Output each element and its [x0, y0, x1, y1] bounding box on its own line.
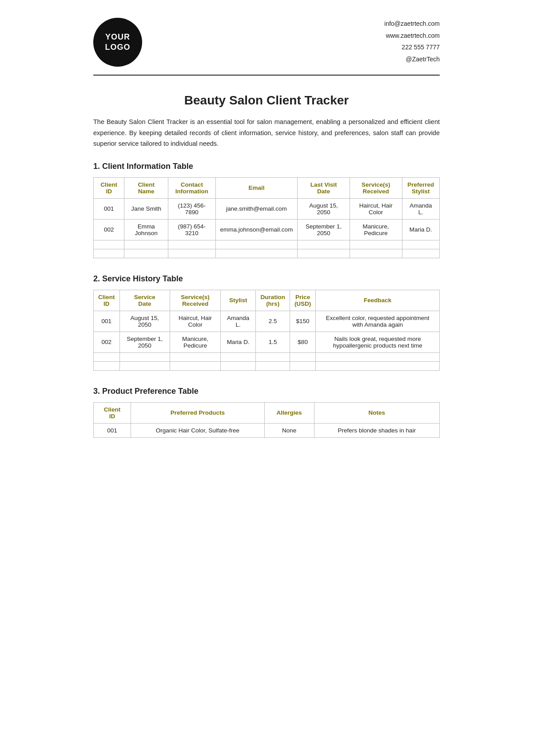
- col-client-id-2: ClientID: [94, 290, 120, 311]
- header-email: info@zaetrtech.com: [384, 18, 440, 30]
- table-cell: [316, 361, 440, 370]
- section-1-heading: 1. Client Information Table: [93, 162, 440, 171]
- table-cell: (123) 456-7890: [168, 198, 216, 219]
- col-notes: Notes: [314, 402, 439, 423]
- table-cell: Organic Hair Color, Sulfate-free: [131, 423, 265, 437]
- col-feedback: Feedback: [316, 290, 440, 311]
- table-cell: [220, 361, 255, 370]
- product-preference-table: ClientID Preferred Products Allergies No…: [93, 402, 440, 438]
- table-cell: Prefers blonde shades in hair: [314, 423, 439, 437]
- description: The Beauty Salon Client Tracker is an es…: [93, 116, 440, 149]
- table-cell: [124, 249, 168, 258]
- table-cell: [94, 240, 124, 249]
- table-cell: 1.5: [256, 332, 290, 352]
- col-allergies: Allergies: [264, 402, 314, 423]
- table-cell: 001: [94, 311, 120, 332]
- table-cell: jane.smith@email.com: [215, 198, 298, 219]
- table-cell: [256, 352, 290, 361]
- client-info-table: Client ID ClientName ContactInformation …: [93, 177, 440, 258]
- col-services-received: Service(s)Received: [350, 177, 402, 198]
- col-preferred-stylist: PreferredStylist: [402, 177, 439, 198]
- header-contact: info@zaetrtech.com www.zaetrtech.com 222…: [384, 18, 440, 65]
- table-cell: Haircut, Hair Color: [350, 198, 402, 219]
- table-cell: [94, 352, 120, 361]
- table-cell: Maria D.: [220, 332, 255, 352]
- table-cell: $150: [290, 311, 316, 332]
- table-cell: [220, 352, 255, 361]
- table-cell: [215, 249, 298, 258]
- col-contact-info: ContactInformation: [168, 177, 216, 198]
- table-cell: None: [264, 423, 314, 437]
- table-cell: (987) 654-3210: [168, 219, 216, 240]
- table-cell: [290, 361, 316, 370]
- header-social: @ZaetrTech: [384, 53, 440, 65]
- table-cell: emma.johnson@email.com: [215, 219, 298, 240]
- table-cell: August 15, 2050: [119, 311, 170, 332]
- table-cell: 002: [94, 332, 120, 352]
- table-cell: [168, 240, 216, 249]
- section-3-heading: 3. Product Preference Table: [93, 387, 440, 396]
- table-cell: Haircut, Hair Color: [170, 311, 221, 332]
- table-cell: [350, 249, 402, 258]
- header-website: www.zaetrtech.com: [384, 30, 440, 42]
- col-client-id: Client ID: [94, 177, 124, 198]
- table-cell: [402, 249, 439, 258]
- table-cell: Maria D.: [402, 219, 439, 240]
- table-cell: [256, 361, 290, 370]
- table-cell: [119, 361, 170, 370]
- logo: YOUR LOGO: [93, 18, 142, 67]
- table-cell: [168, 249, 216, 258]
- col-price: Price(USD): [290, 290, 316, 311]
- table-cell: 001: [94, 423, 131, 437]
- table-cell: [402, 240, 439, 249]
- table-cell: [94, 249, 124, 258]
- table-cell: $80: [290, 332, 316, 352]
- col-preferred-products: Preferred Products: [131, 402, 265, 423]
- table-cell: [290, 352, 316, 361]
- table-cell: [298, 240, 350, 249]
- table-cell: 001: [94, 198, 124, 219]
- table-cell: Amanda L.: [402, 198, 439, 219]
- col-stylist: Stylist: [220, 290, 255, 311]
- table-cell: [170, 352, 221, 361]
- header-divider: [93, 75, 440, 76]
- table-cell: Manicure, Pedicure: [350, 219, 402, 240]
- table-cell: September 1, 2050: [298, 219, 350, 240]
- table-cell: Manicure, Pedicure: [170, 332, 221, 352]
- col-last-visit: Last VisitDate: [298, 177, 350, 198]
- table-cell: September 1, 2050: [119, 332, 170, 352]
- header: YOUR LOGO info@zaetrtech.com www.zaetrte…: [93, 18, 440, 67]
- col-client-name: ClientName: [124, 177, 168, 198]
- col-duration: Duration(hrs): [256, 290, 290, 311]
- service-history-table: ClientID ServiceDate Service(s)Received …: [93, 290, 440, 371]
- col-service-date: ServiceDate: [119, 290, 170, 311]
- table-cell: [316, 352, 440, 361]
- table-cell: [215, 240, 298, 249]
- table-cell: Emma Johnson: [124, 219, 168, 240]
- table-cell: 2.5: [256, 311, 290, 332]
- table-cell: Jane Smith: [124, 198, 168, 219]
- table-cell: Amanda L.: [220, 311, 255, 332]
- table-cell: Excellent color, requested appointment w…: [316, 311, 440, 332]
- col-email: Email: [215, 177, 298, 198]
- header-phone: 222 555 7777: [384, 41, 440, 53]
- table-cell: [94, 361, 120, 370]
- section-2-heading: 2. Service History Table: [93, 274, 440, 284]
- col-client-id-3: ClientID: [94, 402, 131, 423]
- table-cell: 002: [94, 219, 124, 240]
- col-services-received-2: Service(s)Received: [170, 290, 221, 311]
- table-cell: August 15, 2050: [298, 198, 350, 219]
- table-cell: [124, 240, 168, 249]
- page-title: Beauty Salon Client Tracker: [93, 93, 440, 108]
- table-cell: [119, 352, 170, 361]
- table-cell: [350, 240, 402, 249]
- table-cell: Nails look great, requested more hypoall…: [316, 332, 440, 352]
- table-cell: [298, 249, 350, 258]
- table-cell: [170, 361, 221, 370]
